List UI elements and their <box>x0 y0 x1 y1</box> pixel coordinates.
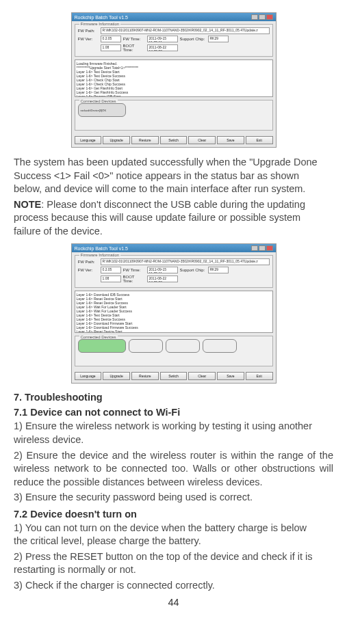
exit-button[interactable]: Exit <box>246 136 273 144</box>
window-controls <box>251 14 273 20</box>
maximize-icon[interactable] <box>259 245 266 251</box>
boottime-input: 2011-08-22 14:35:58 <box>147 276 178 282</box>
para-7-1-2: 2) Ensure the device and the wireless ro… <box>14 449 333 489</box>
para-7-1-3: 3) Ensure the security password being us… <box>14 491 333 505</box>
device-slot-empty <box>203 339 237 353</box>
chip-input: RK29 <box>208 267 229 273</box>
boottime-label: BOOT Time: <box>123 275 145 283</box>
text-line: process because this will cause update f… <box>14 212 300 223</box>
para-7-2-2: 2) Press the RESET button on the top of … <box>14 550 333 577</box>
exit-button[interactable]: Exit <box>246 372 273 380</box>
para-update-success: The system has been updated successfully… <box>14 156 333 196</box>
fwver-input: 0.2.05 <box>101 267 121 273</box>
clear-button[interactable]: Clear <box>188 372 216 380</box>
fwtime-input: 2011-09-15 11:35:11 <box>147 36 178 42</box>
connected-panel: Connected Devices <box>75 336 273 366</box>
minimize-icon[interactable] <box>251 245 258 251</box>
chip-label: Support Chip: <box>180 268 206 272</box>
heading-troubleshooting: 7. Troubleshooting <box>14 392 333 403</box>
page-number: 44 <box>14 597 333 608</box>
connected-title: Connected Devices <box>79 99 118 103</box>
firmware-panel: Firmware Information FW Path: R:\MK102-0… <box>75 255 273 288</box>
note-label: NOTE <box>14 199 41 210</box>
titlebar: Rockchip Batch Tool v1.5 <box>72 244 276 252</box>
heading-7-2: 7.2 Device doesn't turn on <box>14 509 333 520</box>
text-line: the critical level, please charge the ba… <box>14 535 201 546</box>
fwtime-label: FW Time: <box>123 268 145 272</box>
screenshot-2: Rockchip Batch Tool v1.5 Firmware Inform… <box>14 243 333 384</box>
button-row: Language Upgrade Restore Switch Clear Sa… <box>72 369 276 383</box>
fwpath-input[interactable]: R:\MK102-01\201109\0907-MN2-ROM-1107NAND… <box>101 258 270 265</box>
upgrade-button[interactable]: Upgrade <box>103 372 130 380</box>
button-row: Language Upgrade Restore Switch Clear Sa… <box>72 133 276 147</box>
firmware-panel: Firmware Information FW Path: R:\MK102-0… <box>75 24 273 57</box>
log-area: Layer 1-6> Download IDB Success Layer 1-… <box>75 291 273 333</box>
save-button[interactable]: Save <box>217 372 244 380</box>
restore-button[interactable]: Restore <box>131 372 159 380</box>
device-slot <box>78 339 126 353</box>
text-line: restarting is normally or not. <box>14 564 136 575</box>
window-controls <box>251 245 273 251</box>
restore-button[interactable]: Restore <box>131 136 159 144</box>
close-icon[interactable] <box>266 245 273 251</box>
fwtime-input: 2011-09-15 11:35:11 <box>147 267 178 273</box>
loader-input: 1.08 <box>101 276 121 282</box>
close-icon[interactable] <box>266 14 273 20</box>
text-line: : Please don't disconnect the USB cable … <box>41 199 305 210</box>
device-slot-empty <box>129 339 163 353</box>
switch-button[interactable]: Switch <box>160 136 188 144</box>
device-slot: rockusb\Device[3]OK <box>78 103 126 117</box>
panel-title: Firmware Information <box>79 22 121 26</box>
screenshot-1: Rockchip Batch Tool v1.5 Firmware Inform… <box>14 12 333 148</box>
connected-panel: Connected Devices rockusb\Device[3]OK <box>75 100 273 131</box>
text-line: 2) Press the RESET button on the top of … <box>14 551 313 562</box>
titlebar: Rockchip Batch Tool v1.5 <box>72 13 276 21</box>
chip-input: RK29 <box>208 36 229 42</box>
text-line: 1) You can not turn on the device when t… <box>14 522 307 533</box>
loader-input: 1.08 <box>101 44 121 51</box>
boottime-label: BOOT Time: <box>123 44 145 52</box>
para-note: NOTE: Please don't disconnect the USB ca… <box>14 198 333 239</box>
fwpath-input[interactable]: R:\MK102-01\201109\0907-MN2-ROM-1107NAND… <box>101 27 270 34</box>
para-7-1-1: 1) Ensure the wireless network is workin… <box>14 420 333 446</box>
log-area: Loading firmware Finished. **********Upg… <box>75 59 273 97</box>
text-line: failure of the device. <box>14 226 103 237</box>
boottime-input: 2011-08-22 14:35:58 <box>147 44 178 51</box>
switch-button[interactable]: Switch <box>160 372 188 380</box>
heading-7-1: 7.1 Device can not connect to Wi-Fi <box>14 407 333 418</box>
text-line: The system has been updated successfully… <box>14 157 318 167</box>
text-line: 1) Ensure the wireless network is workin… <box>14 420 312 431</box>
window-title: Rockchip Batch Tool v1.5 <box>75 15 128 20</box>
text-line: Success <1> Fail <0>" notice appears in … <box>14 170 299 181</box>
maximize-icon[interactable] <box>259 14 266 20</box>
panel-title: Firmware Information <box>79 253 121 257</box>
clear-button[interactable]: Clear <box>188 136 216 144</box>
fwver-input: 0.2.05 <box>101 36 121 42</box>
save-button[interactable]: Save <box>217 136 244 144</box>
app-window: Rockchip Batch Tool v1.5 Firmware Inform… <box>71 243 277 384</box>
app-window: Rockchip Batch Tool v1.5 Firmware Inform… <box>71 12 277 148</box>
fwpath-label: FW Path: <box>78 260 99 264</box>
fwver-label: FW Ver: <box>78 37 99 41</box>
fwver-label: FW Ver: <box>78 268 99 272</box>
language-button[interactable]: Language <box>75 372 102 380</box>
text-line: devices. <box>226 477 262 487</box>
window-title: Rockchip Batch Tool v1.5 <box>75 246 128 251</box>
chip-label: Support Chip: <box>180 37 206 41</box>
upgrade-button[interactable]: Upgrade <box>103 136 130 144</box>
minimize-icon[interactable] <box>251 14 258 20</box>
language-button[interactable]: Language <box>75 136 102 144</box>
log-line: Layer 1-6> Prepare IDB Start <box>77 94 271 97</box>
text-line: below, and device will come to the main … <box>14 183 305 194</box>
log-line: Layer 1-6> Reset Device Start <box>77 330 271 333</box>
fwpath-label: FW Path: <box>78 29 99 33</box>
text-line: wireless device. <box>14 434 83 445</box>
device-slot-empty <box>166 339 200 353</box>
fwtime-label: FW Time: <box>123 37 145 41</box>
para-7-2-3: 3) Check if the charger is connected cor… <box>14 579 333 593</box>
para-7-2-1: 1) You can not turn on the device when t… <box>14 522 333 548</box>
device-label: rockusb\Device[3]OK <box>81 109 123 112</box>
text-line: 2) Ensure the device and the wireless ro… <box>14 450 316 461</box>
